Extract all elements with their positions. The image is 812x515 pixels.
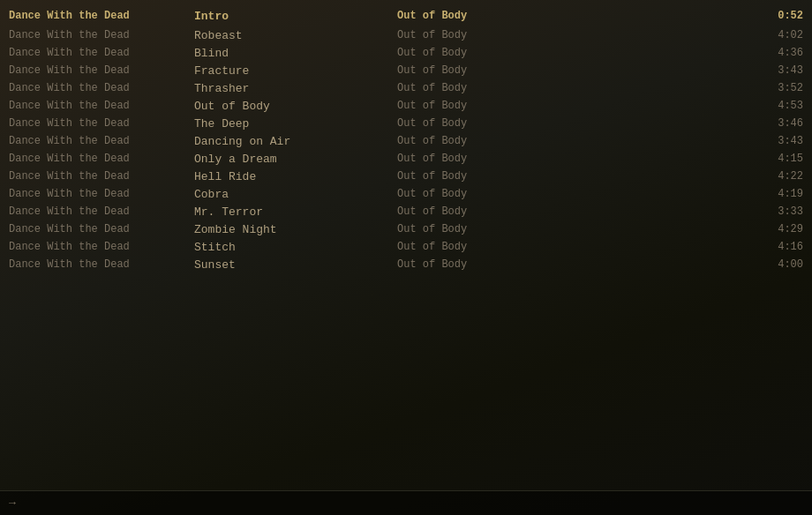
table-row[interactable]: Dance With the DeadHell RideOut of Body4…: [0, 168, 812, 185]
table-row[interactable]: Dance With the DeadThe DeepOut of Body3:…: [0, 115, 812, 132]
track-artist: Dance With the Dead: [9, 223, 194, 235]
header-duration: 0:52: [750, 10, 803, 22]
track-album: Out of Body: [397, 223, 750, 235]
track-album: Out of Body: [397, 64, 750, 77]
track-title: Dancing on Air: [194, 135, 397, 148]
track-artist: Dance With the Dead: [9, 47, 194, 59]
track-duration: 3:52: [750, 82, 803, 94]
table-row[interactable]: Dance With the DeadStitchOut of Body4:16: [0, 238, 812, 256]
track-title: Hell Ride: [194, 170, 397, 183]
track-duration: 4:29: [750, 223, 803, 235]
track-duration: 3:43: [750, 64, 803, 77]
track-duration: 4:19: [750, 188, 803, 200]
track-album: Out of Body: [397, 117, 750, 130]
track-duration: 4:02: [750, 29, 803, 41]
track-album: Out of Body: [397, 100, 750, 112]
table-row[interactable]: Dance With the DeadThrasherOut of Body3:…: [0, 79, 812, 97]
track-album: Out of Body: [397, 241, 750, 253]
track-artist: Dance With the Dead: [9, 100, 194, 112]
track-artist: Dance With the Dead: [9, 153, 194, 165]
track-album: Out of Body: [397, 135, 750, 147]
track-artist: Dance With the Dead: [9, 170, 194, 183]
track-title: Out of Body: [194, 100, 397, 113]
table-row[interactable]: Dance With the DeadMr. TerrorOut of Body…: [0, 203, 812, 220]
track-title: Blind: [194, 47, 397, 60]
track-artist: Dance With the Dead: [9, 82, 194, 94]
table-row[interactable]: Dance With the DeadSunsetOut of Body4:00: [0, 256, 812, 273]
track-duration: 4:53: [750, 100, 803, 112]
track-artist: Dance With the Dead: [9, 117, 194, 130]
track-album: Out of Body: [397, 82, 750, 94]
track-title: Thrasher: [194, 82, 397, 95]
track-artist: Dance With the Dead: [9, 188, 194, 200]
track-artist: Dance With the Dead: [9, 29, 194, 41]
track-duration: 3:33: [750, 205, 803, 218]
track-artist: Dance With the Dead: [9, 64, 194, 77]
track-title: Cobra: [194, 188, 397, 201]
track-album: Out of Body: [397, 153, 750, 165]
track-album: Out of Body: [397, 205, 750, 218]
track-duration: 4:15: [750, 153, 803, 165]
table-row[interactable]: Dance With the DeadOut of BodyOut of Bod…: [0, 97, 812, 115]
track-duration: 4:16: [750, 241, 803, 253]
table-header: Dance With the Dead Intro Out of Body 0:…: [0, 7, 812, 25]
header-artist: Dance With the Dead: [9, 10, 194, 22]
track-title: The Deep: [194, 117, 397, 131]
track-duration: 4:36: [750, 47, 803, 59]
track-artist: Dance With the Dead: [9, 241, 194, 253]
track-title: Only a Dream: [194, 153, 397, 166]
track-artist: Dance With the Dead: [9, 258, 194, 271]
track-list: Dance With the Dead Intro Out of Body 0:…: [0, 0, 812, 280]
table-row[interactable]: Dance With the DeadZombie NightOut of Bo…: [0, 220, 812, 238]
header-track: Intro: [194, 10, 397, 23]
track-duration: 4:00: [750, 258, 803, 271]
track-title: Stitch: [194, 241, 397, 254]
table-row[interactable]: Dance With the DeadBlindOut of Body4:36: [0, 44, 812, 62]
bottom-bar: →: [0, 490, 812, 515]
track-album: Out of Body: [397, 188, 750, 200]
arrow-icon: →: [9, 496, 16, 510]
track-album: Out of Body: [397, 47, 750, 59]
track-album: Out of Body: [397, 258, 750, 271]
table-row[interactable]: Dance With the DeadCobraOut of Body4:19: [0, 185, 812, 203]
header-album: Out of Body: [397, 10, 750, 22]
track-title: Zombie Night: [194, 223, 397, 236]
track-duration: 3:46: [750, 117, 803, 130]
track-title: Fracture: [194, 64, 397, 78]
track-title: Robeast: [194, 29, 397, 42]
track-artist: Dance With the Dead: [9, 135, 194, 147]
track-duration: 4:22: [750, 170, 803, 183]
track-album: Out of Body: [397, 170, 750, 183]
table-row[interactable]: Dance With the DeadDancing on AirOut of …: [0, 132, 812, 150]
track-title: Mr. Terror: [194, 205, 397, 219]
table-row[interactable]: Dance With the DeadFractureOut of Body3:…: [0, 62, 812, 79]
track-duration: 3:43: [750, 135, 803, 147]
track-title: Sunset: [194, 258, 397, 272]
table-row[interactable]: Dance With the DeadOnly a DreamOut of Bo…: [0, 150, 812, 168]
track-album: Out of Body: [397, 29, 750, 41]
table-row[interactable]: Dance With the DeadRobeastOut of Body4:0…: [0, 26, 812, 44]
track-artist: Dance With the Dead: [9, 205, 194, 218]
